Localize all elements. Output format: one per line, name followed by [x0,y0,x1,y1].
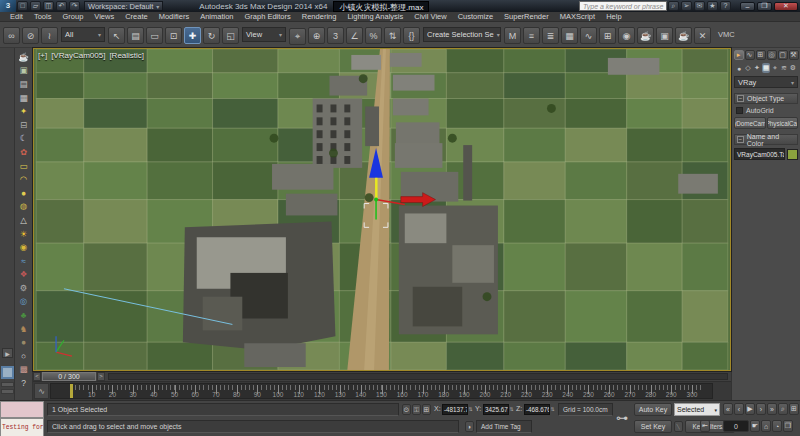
zoom-button[interactable]: ⌕ [778,403,788,415]
named-selection-sets-dropdown[interactable]: Create Selection Se▾ [423,27,501,42]
search-icon[interactable]: ⌕ [668,1,679,11]
geometry-category-icon[interactable]: ● [735,63,743,73]
prev-frame-button[interactable]: ‹ [734,403,744,415]
x-coordinate-field[interactable]: -48137.70 [442,404,468,415]
select-and-rotate-icon[interactable]: ↻ [203,27,220,44]
menu-modifiers[interactable]: Modifiers [159,12,189,21]
lights-category-icon[interactable]: ✦ [753,63,761,73]
utilities-tab-icon[interactable]: ⚒ [789,50,799,60]
auto-key-button[interactable]: Auto Key [634,403,672,416]
new-scene-icon[interactable]: □ [17,1,28,11]
sphere-white-icon[interactable]: ○ [17,349,31,363]
select-and-link-icon[interactable]: ∞ [3,27,20,44]
play-button[interactable]: ▶ [745,403,755,415]
selection-lock-icon[interactable]: ⚿ [412,404,421,415]
menu-graph-editors[interactable]: Graph Editors [245,12,291,21]
viewport-canvas[interactable] [34,49,730,370]
selection-region-icon[interactable]: ▭ [146,27,163,44]
material-editor-icon[interactable]: ◉ [618,27,635,44]
menu-rendering[interactable]: Rendering [302,12,337,21]
orbit-button[interactable]: ◔ [772,420,782,432]
minimize-button[interactable]: – [740,2,755,11]
goto-start-button[interactable]: « [723,403,733,415]
restore-button[interactable]: ❐ [757,2,772,11]
zoom-all-button[interactable]: ⊞ [789,403,799,415]
sun-light-icon[interactable]: ☀ [17,227,31,241]
workspace-dropdown[interactable]: Workspace: Default ▾ [84,1,163,11]
favorites-icon[interactable]: ★ [707,1,718,11]
vmc-button[interactable]: VMC [718,30,735,39]
light-creation-icon[interactable]: ✦ [17,104,31,118]
menu-views[interactable]: Views [94,12,114,21]
spheres-icon[interactable]: ❖ [17,268,31,282]
mirror-icon[interactable]: M [504,27,521,44]
z-spinner[interactable]: ⇅ [550,404,555,415]
disc-light-icon[interactable]: ◍ [17,200,31,214]
add-time-tag[interactable]: Add Time Tag [476,420,532,433]
y-spinner[interactable]: ⇅ [509,404,514,415]
rock-icon[interactable]: ● [17,335,31,349]
reference-coordinate-dropdown[interactable]: View▾ [242,27,286,42]
selected-tool-slot[interactable] [1,366,14,379]
vray-dome-camera-button[interactable]: ayDomeCame [734,117,766,129]
globe-icon[interactable]: ◎ [17,295,31,309]
pan-button[interactable]: ☛ [750,420,760,432]
unlink-selection-icon[interactable]: ⊘ [22,27,39,44]
slider-tool-icon[interactable]: ⊟ [17,118,31,132]
menu-animation[interactable]: Animation [200,12,233,21]
select-and-manipulate-icon[interactable]: ⊕ [308,27,325,44]
object-color-swatch[interactable] [787,149,798,160]
menu-customize[interactable]: Customize [458,12,493,21]
menu-group[interactable]: Group [62,12,83,21]
set-key-brush-icon[interactable]: ﹨ [674,421,683,432]
isolate-selection-icon[interactable]: ⊙ [402,404,411,415]
time-slider-handle[interactable]: 0 / 300 [42,372,96,381]
sphere-light-icon[interactable]: ● [17,186,31,200]
flyout-arrow-button[interactable]: ▶ [2,348,13,358]
display-tab-icon[interactable]: ▢ [778,50,788,60]
moon-light-icon[interactable]: ☾ [17,132,31,146]
macro-recorder-pane[interactable] [0,401,44,418]
absolute-offset-icon[interactable]: ⊞ [422,404,431,415]
cameras-category-icon[interactable]: ▦ [762,63,770,73]
menu-lighting-analysis[interactable]: Lighting Analysis [347,12,403,21]
hierarchy-tab-icon[interactable]: ⊞ [756,50,766,60]
maximize-viewport-button[interactable]: ❐ [783,420,793,432]
align-icon[interactable]: ≡ [523,27,540,44]
schematic-view-icon[interactable]: ⊞ [599,27,616,44]
viewport-camera-label[interactable]: [VRayCam005] [51,51,105,60]
object-category-dropdown[interactable]: VRay▾ [734,76,798,88]
cone-icon[interactable]: △ [17,213,31,227]
area-light-icon[interactable]: ▭ [17,159,31,173]
render-setup-icon[interactable]: ☕ [637,27,654,44]
save-file-icon[interactable]: ◫ [43,1,54,11]
modify-tab-icon[interactable]: ∿ [745,50,755,60]
object-name-field[interactable]: VRayCam005.Target [734,148,785,160]
selection-filter-dropdown[interactable]: All▾ [61,27,105,42]
ies-light-icon[interactable]: ◉ [17,240,31,254]
close-button[interactable]: ✕ [774,2,798,11]
menu-civil-view[interactable]: Civil View [414,12,446,21]
open-file-icon[interactable]: ▱ [30,1,41,11]
use-pivot-point-icon[interactable]: ⌖ [289,28,306,45]
texture-grid-icon[interactable]: ▩ [17,363,31,377]
max-logo-icon[interactable]: 3 [0,0,16,12]
ribbon-icon[interactable]: ▦ [561,27,578,44]
help-question-icon[interactable]: ? [17,376,31,390]
z-coordinate-field[interactable]: -468.676c [524,404,550,415]
mini-row[interactable] [1,389,14,394]
track-bar-ruler[interactable]: 1020304050607080901001101201301401501601… [50,383,713,399]
key-mode-toggle-button[interactable]: ⇤ [700,420,710,432]
name-color-rollout[interactable]: − Name and Color [734,134,798,145]
object-type-rollout[interactable]: − Object Type [734,93,798,104]
menu-create[interactable]: Create [125,12,148,21]
y-coordinate-field[interactable]: 3425.675c [483,404,509,415]
set-key-big-icon[interactable]: ⊶ [616,411,628,425]
create-tab-icon[interactable]: ▸ [734,50,744,60]
viewport[interactable]: [+] [VRayCam005] [Realistic] [33,48,731,371]
dome-light-icon[interactable]: ◠ [17,172,31,186]
previous-frame-arrow[interactable]: < [33,372,41,381]
angle-snap-icon[interactable]: ∠ [346,27,363,44]
systems-category-icon[interactable]: ⚙ [789,63,797,73]
next-frame-button[interactable]: › [756,403,766,415]
